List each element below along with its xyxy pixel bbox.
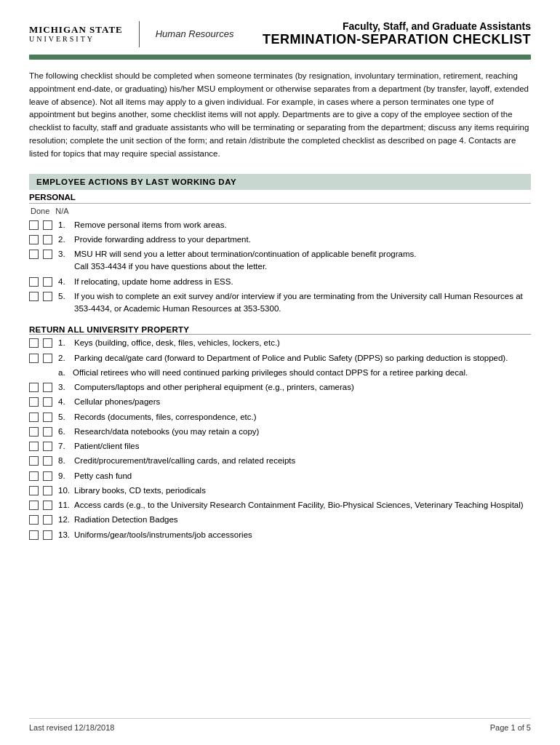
na-checkbox-p6[interactable] <box>43 427 52 437</box>
done-na-row: Done N/A <box>31 205 531 217</box>
na-checkbox-p5[interactable] <box>43 413 52 422</box>
na-checkbox-p8[interactable] <box>43 456 52 466</box>
property-item-8: 8. Credit/procurement/travel/calling car… <box>29 455 531 467</box>
done-checkbox-p4[interactable] <box>29 397 39 407</box>
intro-text: The following checklist should be comple… <box>29 70 531 161</box>
radiation-detection-badges: Radiation Detection Badges <box>74 514 531 526</box>
property-item-9: 9. Petty cash fund <box>29 470 531 482</box>
property-item-2: 2. Parking decal/gate card (forward to D… <box>29 352 531 364</box>
personal-subsection-header: PERSONAL <box>29 190 531 204</box>
done-checkbox-1[interactable] <box>29 220 39 230</box>
property-item-4: 4. Cellular phones/pagers <box>29 396 531 408</box>
human-resources-label: Human Resources <box>156 28 234 39</box>
logo-line1: MICHIGAN STATE <box>29 25 123 35</box>
personal-section: PERSONAL Done N/A 1. Remove personal ite… <box>29 190 531 316</box>
done-checkbox-4[interactable] <box>29 277 39 287</box>
personal-item-5: 5. If you wish to complete an exit surve… <box>29 290 531 316</box>
done-checkbox-2[interactable] <box>29 235 39 244</box>
logo-divider <box>139 21 140 47</box>
footer: Last revised 12/18/2018 Page 1 of 5 <box>29 718 531 732</box>
property-section: RETURN ALL UNIVERSITY PROPERTY 1. Keys (… <box>29 322 531 541</box>
na-checkbox-p10[interactable] <box>43 486 52 495</box>
checkboxes-4 <box>29 276 52 287</box>
title-area: Faculty, Staff, and Graduate Assistants … <box>263 20 531 47</box>
checkboxes-2 <box>29 234 52 244</box>
property-item-13: 13. Uniforms/gear/tools/instruments/job … <box>29 529 531 541</box>
logo-line2: UNIVERSITY <box>29 35 123 43</box>
property-subsection-header: RETURN ALL UNIVERSITY PROPERTY <box>29 322 531 335</box>
na-checkbox-1[interactable] <box>43 220 52 230</box>
personal-item-1: 1. Remove personal items from work areas… <box>29 219 531 231</box>
checkboxes-1 <box>29 219 52 230</box>
header: MICHIGAN STATE UNIVERSITY Human Resource… <box>29 20 531 47</box>
done-checkbox-p1[interactable] <box>29 338 39 348</box>
na-checkbox-p4[interactable] <box>43 397 52 407</box>
footer-revised: Last revised 12/18/2018 <box>29 723 114 732</box>
na-checkbox-p12[interactable] <box>43 515 52 525</box>
msu-logo: MICHIGAN STATE UNIVERSITY <box>29 25 123 43</box>
na-checkbox-p13[interactable] <box>43 530 52 540</box>
na-checkbox-p7[interactable] <box>43 442 52 451</box>
na-checkbox-2[interactable] <box>43 235 52 244</box>
checkboxes-3 <box>29 248 52 259</box>
done-checkbox-p5[interactable] <box>29 413 39 422</box>
property-item-2a: a. Official retirees who will need conti… <box>58 367 531 379</box>
na-checkbox-5[interactable] <box>43 292 52 301</box>
done-checkbox-p11[interactable] <box>29 501 39 510</box>
title-top: Faculty, Staff, and Graduate Assistants <box>263 20 531 32</box>
property-item-7: 7. Patient/client files <box>29 440 531 453</box>
done-checkbox-p13[interactable] <box>29 530 39 540</box>
done-checkbox-p3[interactable] <box>29 383 39 392</box>
na-checkbox-p9[interactable] <box>43 471 52 481</box>
title-bottom: TERMINATION-SEPARATION CHECKLIST <box>263 32 531 47</box>
property-item-1: 1. Keys (building, office, desk, files, … <box>29 337 531 349</box>
personal-item-2: 2. Provide forwarding address to your de… <box>29 234 531 246</box>
na-checkbox-p1[interactable] <box>43 338 52 348</box>
logo-area: MICHIGAN STATE UNIVERSITY Human Resource… <box>29 21 233 47</box>
checkboxes-5 <box>29 290 52 301</box>
done-checkbox-5[interactable] <box>29 292 39 301</box>
na-checkbox-p2[interactable] <box>43 354 52 363</box>
property-item-11: 11. Access cards (e.g., to the Universit… <box>29 499 531 511</box>
na-checkbox-p3[interactable] <box>43 383 52 392</box>
done-checkbox-p2[interactable] <box>29 354 39 363</box>
na-checkbox-p11[interactable] <box>43 501 52 510</box>
section1-header: EMPLOYEE ACTIONS BY LAST WORKING DAY <box>29 174 531 190</box>
property-item-12: 12. Radiation Detection Badges <box>29 514 531 526</box>
page-container: MICHIGAN STATE UNIVERSITY Human Resource… <box>0 0 560 745</box>
done-checkbox-p7[interactable] <box>29 442 39 451</box>
property-item-5: 5. Records (documents, files, correspond… <box>29 411 531 423</box>
property-item-6: 6. Research/data notebooks (you may reta… <box>29 426 531 438</box>
done-checkbox-p10[interactable] <box>29 486 39 495</box>
na-checkbox-3[interactable] <box>43 250 52 259</box>
green-bar <box>29 55 531 60</box>
property-item-3: 3. Computers/laptops and other periphera… <box>29 381 531 394</box>
done-checkbox-3[interactable] <box>29 250 39 259</box>
done-checkbox-p8[interactable] <box>29 456 39 466</box>
na-checkbox-4[interactable] <box>43 277 52 287</box>
done-checkbox-p9[interactable] <box>29 471 39 481</box>
property-item-10: 10. Library books, CD texts, periodicals <box>29 485 531 497</box>
done-checkbox-p6[interactable] <box>29 427 39 437</box>
personal-item-4: 4. If relocating, update home address in… <box>29 276 531 288</box>
done-checkbox-p12[interactable] <box>29 515 39 525</box>
footer-page: Page 1 of 5 <box>490 723 531 732</box>
personal-item-3: 3. MSU HR will send you a letter about t… <box>29 248 531 274</box>
